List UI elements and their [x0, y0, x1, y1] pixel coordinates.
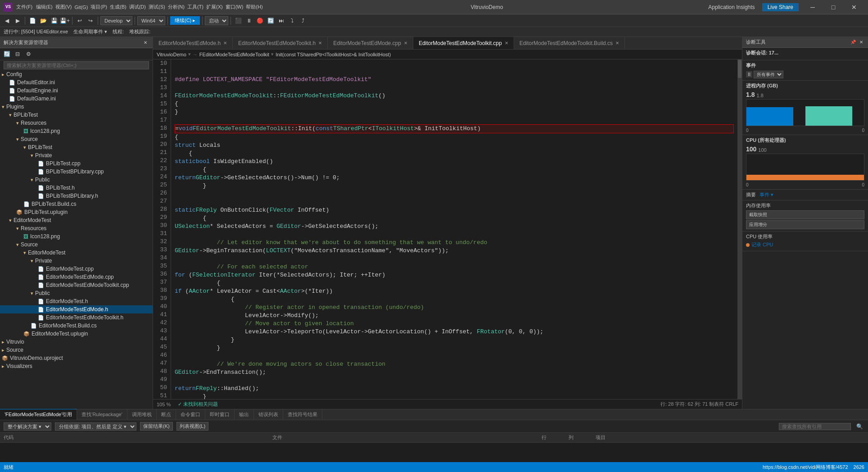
toolbar-new[interactable]: 📄: [27, 16, 37, 26]
code-line[interactable]: USelection* SelectedActors = GEditor->Ge…: [175, 222, 734, 231]
code-line[interactable]: {: [175, 214, 734, 222]
diag-events-tab[interactable]: 事件 ▾: [760, 191, 773, 198]
status-ready[interactable]: 就绪: [4, 464, 14, 471]
editor-tab[interactable]: EditorModeTestEdMode.h✕: [153, 37, 233, 49]
code-line[interactable]: [175, 231, 734, 239]
bottom-tab[interactable]: 断点: [157, 409, 176, 420]
menu-tools[interactable]: 工具(T): [187, 4, 203, 10]
cpu-record-label[interactable]: 记录 CPU: [751, 241, 773, 248]
continue-button[interactable]: 继续(C) ▸: [170, 16, 200, 25]
code-line[interactable]: =void FEditorModeTestEdModeToolkit::Init…: [175, 124, 734, 133]
tree-item[interactable]: 📦EditorModeTest.uplugin: [0, 330, 153, 338]
tree-item[interactable]: 🖼Icon128.png: [0, 232, 153, 241]
code-line[interactable]: {: [175, 166, 734, 174]
toolbar-save-all[interactable]: 💾+: [60, 16, 70, 26]
code-line[interactable]: GEditor->EndTransaction();: [175, 368, 734, 377]
tree-item[interactable]: 📄EditorModeTestEdMode.cpp: [0, 273, 153, 281]
tree-item[interactable]: ▾Source: [0, 241, 153, 249]
code-line[interactable]: if (AActor* LevelActor = Cast<AActor>(*I…: [175, 287, 734, 295]
code-line[interactable]: [175, 84, 734, 92]
code-line[interactable]: // Let editor know that we're about to d…: [175, 239, 734, 247]
menu-window[interactable]: 窗口(W): [226, 4, 244, 10]
code-line[interactable]: for (FSelectionIterator Iter(*SelectedAc…: [175, 271, 734, 279]
app-insights-button[interactable]: Application Insights: [708, 4, 755, 10]
menu-debug[interactable]: 调试(D): [129, 4, 146, 10]
tree-item[interactable]: 📄BPLibTestBPLibrary.cpp: [0, 168, 153, 176]
toolbar-step-out[interactable]: ⤴: [298, 16, 308, 26]
code-line[interactable]: {: [175, 279, 734, 287]
tree-item[interactable]: ▾BPLibTest: [0, 111, 153, 119]
toolbar-debug3[interactable]: 🔴: [255, 16, 265, 26]
toolbar-undo[interactable]: ↩: [75, 16, 85, 26]
tree-item[interactable]: 📄BPLibTest.cpp: [0, 159, 153, 168]
list-view-btn[interactable]: 列表视图(L): [176, 422, 208, 431]
code-line[interactable]: return GEditor->GetSelectedActors()->Num…: [175, 174, 734, 182]
path-function[interactable]: Init(const TSharedPtr<IToolkitHost>& Ini…: [276, 52, 391, 57]
toolbar-redo[interactable]: ↪: [86, 16, 95, 26]
code-line[interactable]: static bool IsWidgetEnabled(): [175, 158, 734, 166]
keep-results-btn[interactable]: 保留结果(K): [140, 422, 173, 431]
toolbar-forward[interactable]: ▶: [13, 16, 23, 26]
code-line[interactable]: GEditor->BeginTransaction(LOCTEXT("MoveA…: [175, 247, 734, 255]
code-line[interactable]: }: [175, 393, 734, 399]
toolbar-open[interactable]: 📂: [38, 16, 48, 26]
bottom-tab[interactable]: 错误列表: [254, 409, 283, 420]
code-line[interactable]: }: [175, 108, 734, 116]
bottom-tab[interactable]: 即时窗口: [205, 409, 235, 420]
sidebar-filter[interactable]: ⚙: [23, 49, 33, 59]
code-line[interactable]: FEditorModeTestEdModeToolkit::FEditorMod…: [175, 92, 734, 100]
bottom-tab[interactable]: 'FEditorModeTestEdMode'引用: [0, 409, 77, 420]
menu-help[interactable]: 帮助(H): [246, 4, 262, 10]
menu-file[interactable]: 文件(F): [16, 4, 32, 10]
sidebar-search-input[interactable]: [4, 61, 149, 69]
tree-item[interactable]: 📄BPLibTest.h: [0, 184, 153, 192]
menu-build[interactable]: 生成(B): [110, 4, 127, 10]
bottom-tab[interactable]: 输出: [235, 409, 254, 420]
toolbar-debug2[interactable]: ⏸: [244, 16, 254, 26]
code-line[interactable]: struct Locals: [175, 141, 734, 150]
toolbar-back[interactable]: ◀: [2, 16, 12, 26]
toolbar-save[interactable]: 💾: [49, 16, 59, 26]
code-line[interactable]: [175, 198, 734, 206]
code-line[interactable]: {: [175, 100, 734, 108]
menu-analyze[interactable]: 分析(N): [168, 4, 185, 10]
tree-item[interactable]: 📦VitruvioDemo.uproject: [0, 354, 153, 362]
sidebar-collapse[interactable]: ⊟: [13, 49, 23, 59]
tree-item[interactable]: 📄EditorModeTestEdMode.h: [0, 305, 153, 313]
tree-item[interactable]: 📄EditorModeTestEdModeToolkit.cpp: [0, 281, 153, 289]
code-line[interactable]: [175, 377, 734, 385]
minimize-button[interactable]: ─: [802, 0, 823, 14]
scrollbar-thumb[interactable]: [738, 60, 741, 78]
code-line[interactable]: }: [175, 336, 734, 344]
code-line[interactable]: }: [175, 344, 734, 352]
code-line[interactable]: {: [175, 295, 734, 304]
scope-selector[interactable]: 整个解决方案 ▾: [4, 422, 51, 431]
code-line[interactable]: [175, 190, 734, 198]
tree-item[interactable]: 🖼Icon128.png: [0, 127, 153, 135]
toolbar-step-in[interactable]: ⤵: [287, 16, 297, 26]
tab-close-btn[interactable]: ✕: [223, 41, 227, 45]
tree-item[interactable]: 📄EditorModeTest.Build.cs: [0, 322, 153, 330]
menu-view[interactable]: 视图(V): [55, 4, 72, 10]
code-line[interactable]: // We're done moving actors so close tra…: [175, 360, 734, 368]
tree-item[interactable]: ▸Config: [0, 70, 153, 78]
code-line[interactable]: LevelActor->TeleportTo(LevelActor->GetAc…: [175, 328, 734, 336]
event-label[interactable]: 生命周期事件 ▾: [73, 28, 107, 35]
code-line[interactable]: }: [175, 182, 734, 190]
code-line[interactable]: [175, 255, 734, 263]
platform-selector[interactable]: Win64: [137, 16, 165, 25]
code-line[interactable]: {: [175, 133, 734, 141]
path-project[interactable]: VitruvioDemo: [157, 52, 186, 57]
tree-item[interactable]: 📄EditorModeTest.cpp: [0, 265, 153, 273]
menu-edit[interactable]: 编辑(E): [36, 4, 53, 10]
bottom-tab[interactable]: 查找'Rulepackage': [77, 409, 127, 420]
tree-item[interactable]: ▾Private: [0, 151, 153, 159]
menu-test[interactable]: 测试(S): [149, 4, 165, 10]
code-line[interactable]: static FReply OnButtonClick(FVector InOf…: [175, 206, 734, 214]
bottom-tab[interactable]: 调用堆栈: [127, 409, 157, 420]
toolbar-debug4[interactable]: 🔄: [266, 16, 276, 26]
editor-tab[interactable]: EditorModeTestEdModeToolkit.Build.cs✕: [514, 37, 625, 49]
sidebar-refresh[interactable]: 🔄: [2, 49, 12, 59]
code-line[interactable]: // Register actor in opened transaction …: [175, 304, 734, 312]
tree-item[interactable]: 📄EditorModeTestEdModeToolkit.h: [0, 313, 153, 322]
